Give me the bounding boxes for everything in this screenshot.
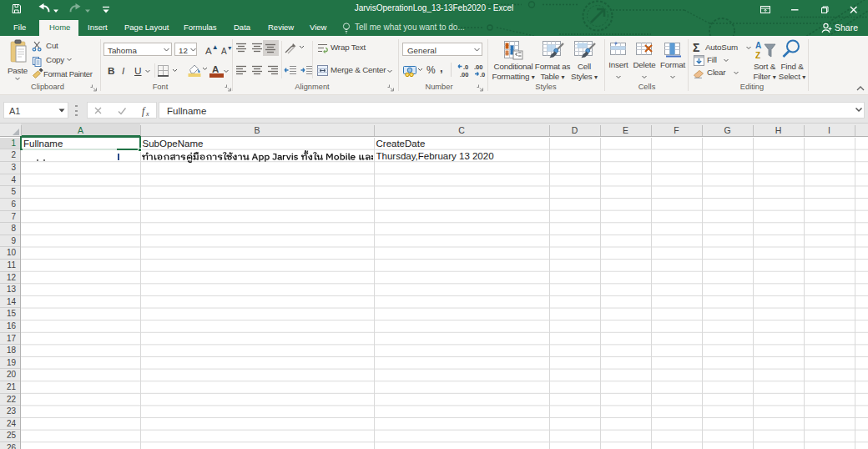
svg-text:Z: Z [755,51,760,59]
svg-text:A: A [755,41,761,50]
svg-text:.00: .00 [460,71,468,78]
svg-text:x: x [145,110,149,118]
